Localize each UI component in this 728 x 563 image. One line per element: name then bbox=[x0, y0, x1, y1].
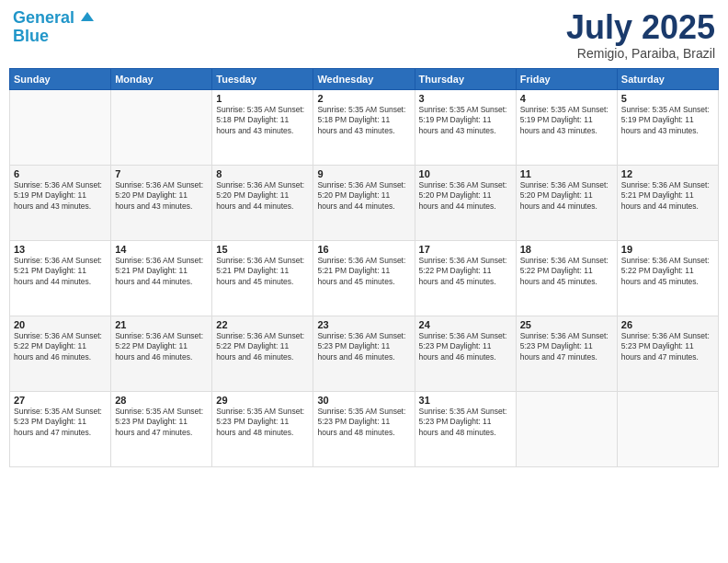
page: General Blue July 2025 Remigio, Paraiba,… bbox=[0, 0, 728, 563]
day-info: Sunrise: 5:35 AM Sunset: 5:19 PM Dayligh… bbox=[520, 105, 613, 136]
day-number: 6 bbox=[14, 168, 107, 179]
day-cell: 10Sunrise: 5:36 AM Sunset: 5:20 PM Dayli… bbox=[415, 165, 516, 240]
day-cell: 25Sunrise: 5:36 AM Sunset: 5:23 PM Dayli… bbox=[516, 316, 617, 391]
day-number: 7 bbox=[115, 168, 208, 179]
day-number: 24 bbox=[419, 319, 512, 330]
day-cell: 1Sunrise: 5:35 AM Sunset: 5:18 PM Daylig… bbox=[212, 89, 313, 165]
day-cell: 29Sunrise: 5:35 AM Sunset: 5:23 PM Dayli… bbox=[212, 391, 313, 466]
day-cell bbox=[617, 391, 718, 466]
day-number: 12 bbox=[621, 168, 714, 179]
day-number: 3 bbox=[419, 93, 512, 104]
day-info: Sunrise: 5:36 AM Sunset: 5:21 PM Dayligh… bbox=[115, 256, 208, 287]
week-row-1: 1Sunrise: 5:35 AM Sunset: 5:18 PM Daylig… bbox=[10, 89, 719, 165]
day-cell: 6Sunrise: 5:36 AM Sunset: 5:19 PM Daylig… bbox=[10, 165, 111, 240]
day-cell: 23Sunrise: 5:36 AM Sunset: 5:23 PM Dayli… bbox=[313, 316, 415, 391]
day-number: 11 bbox=[520, 168, 613, 179]
day-cell: 31Sunrise: 5:35 AM Sunset: 5:23 PM Dayli… bbox=[415, 391, 516, 466]
day-cell: 15Sunrise: 5:36 AM Sunset: 5:21 PM Dayli… bbox=[212, 240, 313, 316]
day-cell: 4Sunrise: 5:35 AM Sunset: 5:19 PM Daylig… bbox=[516, 89, 617, 165]
day-cell: 9Sunrise: 5:36 AM Sunset: 5:20 PM Daylig… bbox=[313, 165, 415, 240]
day-cell: 21Sunrise: 5:36 AM Sunset: 5:22 PM Dayli… bbox=[111, 316, 212, 391]
week-row-5: 27Sunrise: 5:35 AM Sunset: 5:23 PM Dayli… bbox=[10, 391, 719, 466]
day-info: Sunrise: 5:35 AM Sunset: 5:23 PM Dayligh… bbox=[115, 407, 208, 438]
col-monday: Monday bbox=[111, 68, 212, 89]
day-number: 18 bbox=[520, 244, 613, 255]
day-number: 8 bbox=[216, 168, 309, 179]
day-cell: 7Sunrise: 5:36 AM Sunset: 5:20 PM Daylig… bbox=[111, 165, 212, 240]
logo-general: General bbox=[13, 8, 74, 27]
day-number: 14 bbox=[115, 244, 208, 255]
day-cell: 16Sunrise: 5:36 AM Sunset: 5:21 PM Dayli… bbox=[313, 240, 415, 316]
day-cell: 18Sunrise: 5:36 AM Sunset: 5:22 PM Dayli… bbox=[516, 240, 617, 316]
header: General Blue July 2025 Remigio, Paraiba,… bbox=[9, 9, 719, 61]
day-cell: 13Sunrise: 5:36 AM Sunset: 5:21 PM Dayli… bbox=[10, 240, 111, 316]
day-info: Sunrise: 5:36 AM Sunset: 5:20 PM Dayligh… bbox=[115, 180, 208, 212]
day-number: 15 bbox=[216, 244, 309, 255]
day-number: 22 bbox=[216, 319, 309, 330]
day-cell: 24Sunrise: 5:36 AM Sunset: 5:23 PM Dayli… bbox=[415, 316, 516, 391]
logo-arrow-icon bbox=[81, 10, 94, 23]
month-title: July 2025 bbox=[566, 9, 715, 46]
day-info: Sunrise: 5:35 AM Sunset: 5:19 PM Dayligh… bbox=[419, 105, 512, 136]
col-tuesday: Tuesday bbox=[212, 68, 313, 89]
col-friday: Friday bbox=[516, 68, 617, 89]
day-number: 4 bbox=[520, 93, 613, 104]
calendar-table: Sunday Monday Tuesday Wednesday Thursday… bbox=[9, 68, 719, 467]
day-cell: 19Sunrise: 5:36 AM Sunset: 5:22 PM Dayli… bbox=[617, 240, 718, 316]
day-info: Sunrise: 5:36 AM Sunset: 5:23 PM Dayligh… bbox=[621, 331, 714, 362]
day-info: Sunrise: 5:35 AM Sunset: 5:23 PM Dayligh… bbox=[14, 407, 107, 438]
day-number: 13 bbox=[14, 244, 107, 255]
day-info: Sunrise: 5:36 AM Sunset: 5:21 PM Dayligh… bbox=[216, 256, 309, 287]
day-info: Sunrise: 5:35 AM Sunset: 5:23 PM Dayligh… bbox=[216, 407, 309, 438]
day-number: 1 bbox=[216, 93, 309, 104]
day-number: 2 bbox=[317, 93, 410, 104]
logo: General Blue bbox=[13, 9, 94, 46]
day-cell bbox=[111, 89, 212, 165]
col-sunday: Sunday bbox=[10, 68, 111, 89]
day-info: Sunrise: 5:36 AM Sunset: 5:23 PM Dayligh… bbox=[520, 331, 613, 362]
day-number: 17 bbox=[419, 244, 512, 255]
day-cell: 30Sunrise: 5:35 AM Sunset: 5:23 PM Dayli… bbox=[313, 391, 415, 466]
day-number: 19 bbox=[621, 244, 714, 255]
day-info: Sunrise: 5:35 AM Sunset: 5:23 PM Dayligh… bbox=[317, 407, 410, 438]
day-info: Sunrise: 5:36 AM Sunset: 5:22 PM Dayligh… bbox=[621, 256, 714, 287]
day-number: 29 bbox=[216, 395, 309, 406]
day-cell: 8Sunrise: 5:36 AM Sunset: 5:20 PM Daylig… bbox=[212, 165, 313, 240]
day-info: Sunrise: 5:36 AM Sunset: 5:22 PM Dayligh… bbox=[520, 256, 613, 287]
day-cell: 3Sunrise: 5:35 AM Sunset: 5:19 PM Daylig… bbox=[415, 89, 516, 165]
day-info: Sunrise: 5:36 AM Sunset: 5:20 PM Dayligh… bbox=[419, 180, 512, 212]
day-info: Sunrise: 5:36 AM Sunset: 5:22 PM Dayligh… bbox=[419, 256, 512, 287]
day-cell: 27Sunrise: 5:35 AM Sunset: 5:23 PM Dayli… bbox=[10, 391, 111, 466]
day-number: 5 bbox=[621, 93, 714, 104]
day-number: 16 bbox=[317, 244, 410, 255]
day-cell: 26Sunrise: 5:36 AM Sunset: 5:23 PM Dayli… bbox=[617, 316, 718, 391]
day-cell: 12Sunrise: 5:36 AM Sunset: 5:21 PM Dayli… bbox=[617, 165, 718, 240]
col-thursday: Thursday bbox=[415, 68, 516, 89]
day-info: Sunrise: 5:36 AM Sunset: 5:22 PM Dayligh… bbox=[216, 331, 309, 362]
week-row-2: 6Sunrise: 5:36 AM Sunset: 5:19 PM Daylig… bbox=[10, 165, 719, 240]
day-number: 28 bbox=[115, 395, 208, 406]
day-number: 25 bbox=[520, 319, 613, 330]
day-info: Sunrise: 5:35 AM Sunset: 5:18 PM Dayligh… bbox=[216, 105, 309, 136]
col-wednesday: Wednesday bbox=[313, 68, 415, 89]
logo-text: General bbox=[13, 9, 94, 28]
day-info: Sunrise: 5:36 AM Sunset: 5:19 PM Dayligh… bbox=[14, 180, 107, 212]
day-cell bbox=[10, 89, 111, 165]
day-number: 23 bbox=[317, 319, 410, 330]
day-info: Sunrise: 5:36 AM Sunset: 5:20 PM Dayligh… bbox=[317, 180, 410, 212]
day-cell: 2Sunrise: 5:35 AM Sunset: 5:18 PM Daylig… bbox=[313, 89, 415, 165]
location: Remigio, Paraiba, Brazil bbox=[566, 46, 715, 61]
week-row-4: 20Sunrise: 5:36 AM Sunset: 5:22 PM Dayli… bbox=[10, 316, 719, 391]
day-number: 26 bbox=[621, 319, 714, 330]
day-number: 31 bbox=[419, 395, 512, 406]
day-number: 21 bbox=[115, 319, 208, 330]
logo-blue: Blue bbox=[13, 28, 94, 46]
day-cell bbox=[516, 391, 617, 466]
day-info: Sunrise: 5:36 AM Sunset: 5:22 PM Dayligh… bbox=[14, 331, 107, 362]
day-cell: 22Sunrise: 5:36 AM Sunset: 5:22 PM Dayli… bbox=[212, 316, 313, 391]
col-saturday: Saturday bbox=[617, 68, 718, 89]
day-cell: 14Sunrise: 5:36 AM Sunset: 5:21 PM Dayli… bbox=[111, 240, 212, 316]
day-cell: 28Sunrise: 5:35 AM Sunset: 5:23 PM Dayli… bbox=[111, 391, 212, 466]
day-cell: 20Sunrise: 5:36 AM Sunset: 5:22 PM Dayli… bbox=[10, 316, 111, 391]
day-number: 20 bbox=[14, 319, 107, 330]
